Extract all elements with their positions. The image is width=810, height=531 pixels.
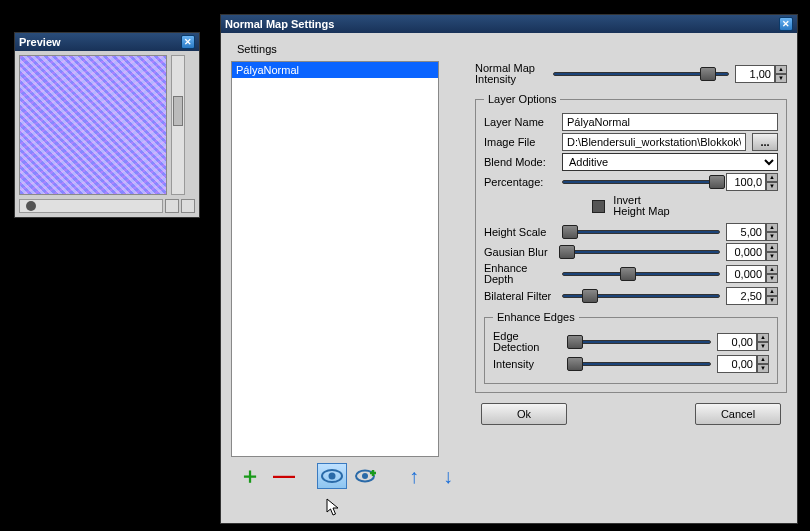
eye-icon [320, 467, 344, 485]
image-file-input[interactable] [562, 133, 746, 151]
scroll-right-icon[interactable] [181, 199, 195, 213]
minus-icon: — [273, 463, 295, 489]
spinner[interactable]: ▲▼ [766, 173, 778, 191]
gausian-blur-input[interactable] [726, 243, 766, 261]
bilateral-filter-slider[interactable] [562, 289, 720, 303]
layer-list[interactable]: PályaNormal [231, 61, 439, 457]
move-down-button[interactable]: ↓ [433, 463, 463, 489]
arrow-up-icon: ↑ [409, 465, 419, 488]
layer-options-group: Layer Options Layer Name Image File ... … [475, 93, 787, 393]
bilateral-filter-input[interactable] [726, 287, 766, 305]
scroll-left-icon[interactable] [165, 199, 179, 213]
svg-point-3 [362, 473, 368, 479]
add-layer-button[interactable]: ＋ [235, 463, 265, 489]
browse-button[interactable]: ... [752, 133, 778, 151]
gausian-blur-label: Gausian Blur [484, 246, 556, 258]
preview-vertical-scrollbar[interactable] [171, 55, 185, 195]
preview-title: Preview [19, 33, 61, 51]
enhance-depth-slider[interactable] [562, 267, 720, 281]
close-icon[interactable] [779, 17, 793, 31]
edge-detection-slider[interactable] [571, 335, 711, 349]
preview-layer-button[interactable] [317, 463, 347, 489]
layer-name-label: Layer Name [484, 116, 556, 128]
close-icon[interactable] [181, 35, 195, 49]
preview-window: Preview [14, 32, 200, 218]
blend-mode-select[interactable]: Additive [562, 153, 778, 171]
enhance-edges-legend: Enhance Edges [493, 311, 579, 323]
spinner[interactable]: ▲▼ [775, 65, 787, 83]
list-item[interactable]: PályaNormal [232, 62, 438, 78]
percentage-slider[interactable] [562, 175, 720, 189]
enhance-depth-input[interactable] [726, 265, 766, 283]
normal-map-intensity-input[interactable] [735, 65, 775, 83]
edge-intensity-label: Intensity [493, 358, 565, 370]
layer-name-input[interactable] [562, 113, 778, 131]
image-file-label: Image File [484, 136, 556, 148]
eye-plus-icon [354, 467, 378, 485]
spinner[interactable]: ▲▼ [766, 223, 778, 241]
ok-button[interactable]: Ok [481, 403, 567, 425]
edge-detection-label: Edge Detection [493, 331, 565, 353]
move-up-button[interactable]: ↑ [399, 463, 429, 489]
bilateral-filter-label: Bilateral Filter [484, 290, 556, 302]
settings-titlebar[interactable]: Normal Map Settings [221, 15, 797, 33]
spinner[interactable]: ▲▼ [757, 333, 769, 351]
invert-heightmap-checkbox[interactable] [592, 200, 605, 213]
spinner[interactable]: ▲▼ [766, 265, 778, 283]
height-scale-slider[interactable] [562, 225, 720, 239]
percentage-label: Percentage: [484, 176, 556, 188]
spinner[interactable]: ▲▼ [766, 243, 778, 261]
height-scale-label: Height Scale [484, 226, 556, 238]
percentage-input[interactable] [726, 173, 766, 191]
settings-menu[interactable]: Settings [231, 39, 787, 61]
preview-horizontal-scrollbar[interactable] [19, 199, 163, 213]
settings-title: Normal Map Settings [225, 15, 334, 33]
enhance-depth-label: Enhance Depth [484, 263, 556, 285]
preview-titlebar[interactable]: Preview [15, 33, 199, 51]
svg-point-1 [329, 473, 336, 480]
spinner[interactable]: ▲▼ [766, 287, 778, 305]
cancel-button[interactable]: Cancel [695, 403, 781, 425]
height-scale-input[interactable] [726, 223, 766, 241]
preview-image [19, 55, 167, 195]
remove-layer-button[interactable]: — [269, 463, 299, 489]
blend-mode-label: Blend Mode: [484, 156, 556, 168]
edge-intensity-input[interactable] [717, 355, 757, 373]
gausian-blur-slider[interactable] [562, 245, 720, 259]
spinner[interactable]: ▲▼ [757, 355, 769, 373]
normal-map-intensity-slider[interactable] [553, 67, 729, 81]
layer-options-legend: Layer Options [484, 93, 560, 105]
edge-intensity-slider[interactable] [571, 357, 711, 371]
invert-heightmap-label: Invert Height Map [613, 195, 669, 217]
plus-icon: ＋ [239, 461, 261, 491]
preview-layer-add-button[interactable] [351, 463, 381, 489]
normal-map-intensity-label: Normal Map Intensity [475, 63, 547, 85]
arrow-down-icon: ↓ [443, 465, 453, 488]
settings-window: Normal Map Settings Settings PályaNormal… [220, 14, 798, 524]
edge-detection-input[interactable] [717, 333, 757, 351]
enhance-edges-group: Enhance Edges Edge Detection ▲▼ Intensit… [484, 311, 778, 384]
